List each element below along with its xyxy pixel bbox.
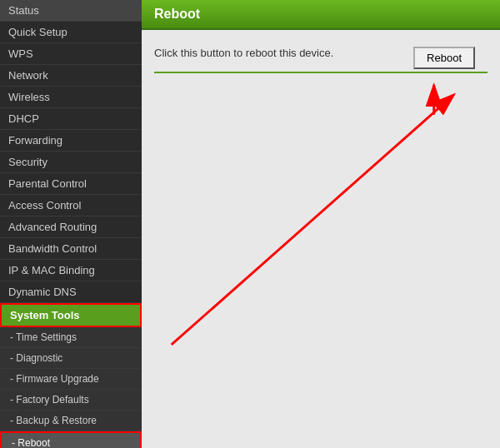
sidebar-item-parental-control[interactable]: Parental Control — [0, 173, 142, 195]
sidebar-item-wireless[interactable]: Wireless — [0, 87, 142, 108]
sidebar-item-bandwidth-control[interactable]: Bandwidth Control — [0, 238, 142, 260]
divider — [154, 72, 488, 73]
sidebar-item-ip-mac-binding[interactable]: IP & MAC Binding — [0, 260, 142, 281]
sidebar-item-status[interactable]: Status — [0, 0, 142, 22]
sidebar-item-access-control[interactable]: Access Control — [0, 195, 142, 217]
sidebar-item-wps[interactable]: WPS — [0, 43, 142, 65]
sidebar: StatusQuick SetupWPSNetworkWirelessDHCPF… — [0, 0, 142, 448]
sidebar-item-system-tools[interactable]: System Tools — [0, 303, 142, 327]
sidebar-item-dhcp[interactable]: DHCP — [0, 108, 142, 130]
sidebar-item-forwarding[interactable]: Forwarding — [0, 130, 142, 152]
content-body: Click this button to reboot this device.… — [142, 30, 500, 448]
sidebar-item-reboot[interactable]: - Reboot — [0, 431, 142, 448]
reboot-button[interactable]: Reboot — [413, 47, 475, 69]
sidebar-item-diagnostic[interactable]: - Diagnostic — [0, 348, 142, 369]
sidebar-item-quick-setup[interactable]: Quick Setup — [0, 22, 142, 43]
main-content: Reboot Click this button to reboot this … — [142, 0, 500, 448]
sidebar-item-factory-defaults[interactable]: - Factory Defaults — [0, 390, 142, 411]
svg-line-1 — [172, 95, 454, 345]
sidebar-item-time-settings[interactable]: - Time Settings — [0, 327, 142, 348]
sidebar-item-dynamic-dns[interactable]: Dynamic DNS — [0, 281, 142, 303]
sidebar-item-security[interactable]: Security — [0, 152, 142, 173]
sidebar-item-network[interactable]: Network — [0, 65, 142, 87]
page-title: Reboot — [142, 0, 500, 30]
arrow-annotation — [142, 30, 500, 448]
sidebar-item-firmware-upgrade[interactable]: - Firmware Upgrade — [0, 369, 142, 390]
sidebar-item-advanced-routing[interactable]: Advanced Routing — [0, 217, 142, 238]
sidebar-item-backup-restore[interactable]: - Backup & Restore — [0, 411, 142, 431]
